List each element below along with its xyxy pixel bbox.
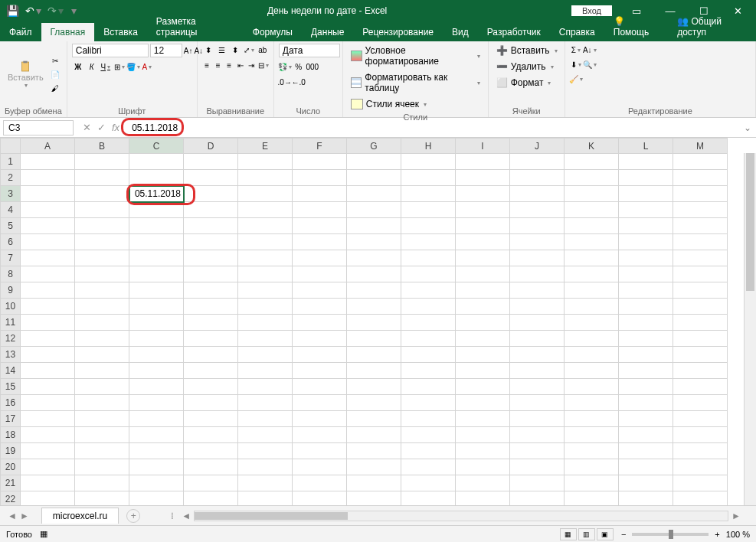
cell[interactable] bbox=[401, 459, 456, 475]
cell[interactable] bbox=[129, 427, 184, 443]
cell[interactable] bbox=[75, 459, 129, 475]
row-header[interactable]: 7 bbox=[1, 250, 21, 266]
sheet-nav-prev-icon[interactable]: ◄ bbox=[8, 511, 17, 521]
cell[interactable] bbox=[401, 234, 456, 250]
cell[interactable] bbox=[129, 234, 184, 250]
row-header[interactable]: 6 bbox=[1, 234, 21, 250]
clear-icon[interactable]: 🧹▾ bbox=[570, 73, 582, 85]
cell[interactable] bbox=[21, 282, 75, 299]
cell[interactable] bbox=[238, 427, 293, 443]
worksheet-grid[interactable]: ABCDEFGHIJKLM12305.11.201845678910111213… bbox=[0, 138, 756, 505]
cell[interactable] bbox=[619, 234, 673, 250]
cell[interactable] bbox=[347, 475, 401, 491]
cell[interactable] bbox=[673, 427, 728, 443]
cell[interactable] bbox=[238, 266, 293, 282]
cell[interactable] bbox=[619, 379, 673, 395]
cell[interactable] bbox=[21, 395, 75, 411]
cell[interactable] bbox=[510, 218, 565, 234]
cell[interactable] bbox=[673, 475, 728, 491]
cell[interactable] bbox=[401, 154, 456, 170]
cell[interactable] bbox=[401, 427, 456, 443]
cell[interactable] bbox=[565, 427, 619, 443]
cell[interactable] bbox=[619, 250, 673, 266]
cell[interactable] bbox=[293, 234, 347, 250]
fill-color-icon[interactable]: 🪣▾ bbox=[127, 60, 139, 73]
cell[interactable] bbox=[238, 459, 293, 475]
cell[interactable] bbox=[75, 234, 129, 250]
tab-data[interactable]: Данные bbox=[302, 23, 353, 41]
cell[interactable] bbox=[75, 299, 129, 315]
cell[interactable] bbox=[75, 475, 129, 491]
cell[interactable] bbox=[456, 363, 510, 379]
cell[interactable] bbox=[75, 443, 129, 459]
cell[interactable] bbox=[619, 395, 673, 411]
cell[interactable] bbox=[184, 282, 238, 299]
cell[interactable] bbox=[75, 379, 129, 395]
cell[interactable] bbox=[293, 427, 347, 443]
cell[interactable] bbox=[129, 331, 184, 347]
cell[interactable] bbox=[347, 202, 401, 218]
cell[interactable] bbox=[238, 443, 293, 459]
row-header[interactable]: 4 bbox=[1, 202, 21, 218]
cell[interactable] bbox=[347, 250, 401, 266]
cancel-formula-icon[interactable]: ✕ bbox=[83, 122, 91, 133]
cell[interactable] bbox=[184, 395, 238, 411]
cell[interactable] bbox=[673, 218, 728, 234]
underline-button[interactable]: Ч▾ bbox=[100, 60, 112, 73]
italic-button[interactable]: К bbox=[86, 60, 98, 73]
cell[interactable] bbox=[565, 475, 619, 491]
column-header[interactable]: E bbox=[238, 139, 293, 154]
cell[interactable] bbox=[184, 299, 238, 315]
cell[interactable] bbox=[510, 395, 565, 411]
cell[interactable] bbox=[401, 250, 456, 266]
cell[interactable] bbox=[184, 266, 238, 282]
cell[interactable] bbox=[184, 427, 238, 443]
cell[interactable] bbox=[456, 218, 510, 234]
cell[interactable] bbox=[129, 443, 184, 459]
grow-font-icon[interactable]: A↑ bbox=[184, 44, 193, 57]
cell[interactable] bbox=[347, 218, 401, 234]
cell[interactable] bbox=[673, 170, 728, 186]
cell[interactable] bbox=[510, 379, 565, 395]
cell[interactable] bbox=[293, 347, 347, 363]
cell[interactable] bbox=[21, 411, 75, 427]
cell[interactable] bbox=[456, 250, 510, 266]
cell[interactable] bbox=[184, 154, 238, 170]
cell[interactable] bbox=[565, 363, 619, 379]
cell[interactable] bbox=[293, 443, 347, 459]
bold-button[interactable]: Ж bbox=[72, 60, 84, 73]
cell[interactable] bbox=[401, 186, 456, 202]
cell[interactable] bbox=[456, 459, 510, 475]
save-icon[interactable]: 💾 bbox=[6, 5, 19, 17]
cell[interactable] bbox=[347, 427, 401, 443]
cell[interactable] bbox=[129, 202, 184, 218]
cell[interactable] bbox=[21, 459, 75, 475]
cell[interactable] bbox=[129, 459, 184, 475]
cell[interactable] bbox=[293, 459, 347, 475]
cell[interactable] bbox=[456, 186, 510, 202]
cell[interactable] bbox=[129, 347, 184, 363]
cell[interactable] bbox=[75, 170, 129, 186]
cell[interactable] bbox=[510, 202, 565, 218]
select-all-corner[interactable] bbox=[1, 139, 21, 154]
cell[interactable] bbox=[238, 234, 293, 250]
align-center-icon[interactable]: ≡ bbox=[213, 59, 223, 71]
cell[interactable] bbox=[238, 154, 293, 170]
hscroll-right-icon[interactable]: ► bbox=[728, 511, 744, 521]
cell[interactable] bbox=[21, 154, 75, 170]
cell[interactable] bbox=[510, 250, 565, 266]
format-painter-icon[interactable]: 🖌 bbox=[49, 82, 61, 94]
cell[interactable] bbox=[673, 411, 728, 427]
cell[interactable] bbox=[293, 266, 347, 282]
cell[interactable] bbox=[129, 154, 184, 170]
sheet-nav-next-icon[interactable]: ► bbox=[20, 511, 29, 521]
cell[interactable] bbox=[510, 154, 565, 170]
column-header[interactable]: B bbox=[75, 139, 129, 154]
cell[interactable] bbox=[21, 475, 75, 491]
cell[interactable] bbox=[129, 266, 184, 282]
cell[interactable] bbox=[293, 202, 347, 218]
cell[interactable] bbox=[75, 363, 129, 379]
cell[interactable] bbox=[184, 347, 238, 363]
cell[interactable] bbox=[21, 347, 75, 363]
cell[interactable] bbox=[456, 347, 510, 363]
